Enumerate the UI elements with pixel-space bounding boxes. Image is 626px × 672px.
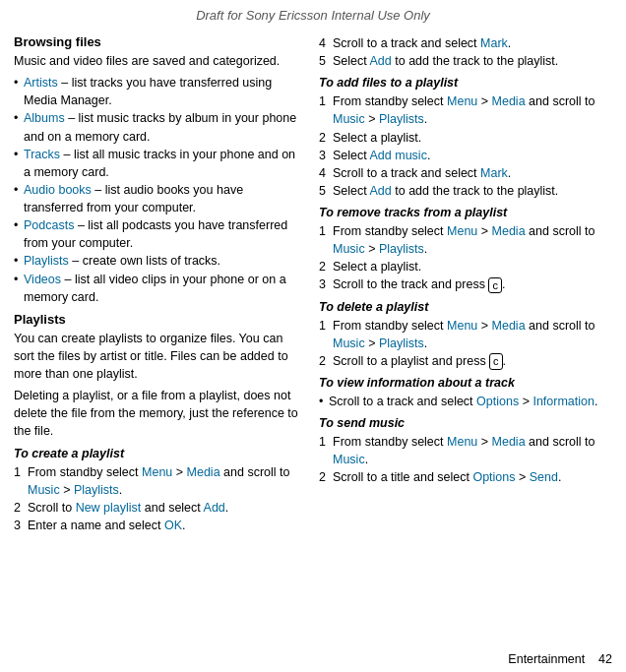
create-playlist-heading: To create a playlist [14, 447, 303, 460]
view-info-list: Scroll to a track and select Options > I… [319, 393, 612, 410]
add-link3: Add [370, 184, 392, 198]
playlists-link: Playlists [379, 242, 424, 256]
footer-page: 42 [598, 652, 612, 666]
playlists-link: Playlists [379, 112, 424, 126]
steps-cont-list: 4Scroll to a track and select Mark. 5Sel… [319, 34, 612, 70]
add-link2: Add [370, 54, 392, 68]
playlists-link2: Playlists [74, 483, 119, 497]
browsing-files-list: Artists – list tracks you have transferr… [14, 74, 303, 306]
list-item: 3Select Add music. [319, 147, 612, 164]
delete-playlist-heading: To delete a playlist [319, 300, 612, 314]
create-playlist-section: To create a playlist 1From standby selec… [14, 447, 303, 535]
playlists-section: Playlists You can create playlists to or… [14, 312, 303, 441]
new-playlist-link: New playlist [76, 501, 142, 515]
c-key2: c [489, 353, 503, 369]
list-item: 4Scroll to a track and select Mark. [319, 164, 612, 182]
albums-link: Albums [24, 111, 65, 125]
music-link: Music [333, 112, 365, 126]
right-column: 4Scroll to a track and select Mark. 5Sel… [313, 34, 612, 540]
menu-link: Menu [142, 465, 172, 479]
add-link: Add [204, 501, 225, 515]
ok-link: OK [164, 519, 182, 532]
add-files-steps: 1From standby select Menu > Media and sc… [319, 92, 612, 200]
media-link: Media [187, 465, 220, 479]
list-item: 1From standby select Menu > Media and sc… [319, 433, 612, 468]
mark-link2: Mark [480, 166, 508, 180]
videos-link: Videos [24, 273, 61, 286]
c-key: c [488, 277, 502, 293]
list-item: Playlists – create own lists of tracks. [14, 252, 303, 270]
artists-link: Artists [24, 76, 58, 90]
list-item: 2Select a playlist. [319, 129, 612, 147]
view-info-heading: To view information about a track [319, 376, 612, 390]
media-link: Media [492, 224, 526, 238]
view-info-section: To view information about a track Scroll… [319, 376, 612, 410]
list-item: 1From standby select Menu > Media and sc… [14, 463, 303, 499]
mark-link: Mark [480, 36, 508, 50]
remove-tracks-steps: 1From standby select Menu > Media and sc… [319, 222, 612, 294]
list-item: 5Select Add to add the track to the play… [319, 52, 612, 70]
music-link: Music [333, 453, 365, 466]
menu-link: Menu [447, 435, 477, 449]
options-link: Options [476, 395, 519, 408]
list-item: 1From standby select Menu > Media and sc… [319, 317, 612, 352]
playlists-para1: You can create playlists to organize fil… [14, 330, 303, 383]
list-item: 2Scroll to New playlist and select Add. [14, 499, 303, 517]
browsing-files-heading: Browsing files [14, 34, 303, 49]
music-link: Music [333, 242, 365, 256]
music-link: Music [28, 483, 60, 497]
information-link: Information [532, 395, 595, 408]
remove-tracks-heading: To remove tracks from a playlist [319, 206, 612, 219]
list-item: Videos – list all video clips in your ph… [14, 271, 303, 306]
menu-link: Menu [447, 319, 477, 333]
browsing-files-intro: Music and video files are saved and cate… [14, 52, 303, 70]
media-link: Media [492, 319, 526, 333]
list-item: 5Select Add to add the track to the play… [319, 182, 612, 200]
header-text: Draft for Sony Ericsson Internal Use Onl… [196, 8, 430, 23]
header: Draft for Sony Ericsson Internal Use Onl… [0, 0, 626, 29]
footer-section: Entertainment [508, 652, 585, 666]
content: Browsing files Music and video files are… [0, 29, 626, 546]
create-playlist-steps: 1From standby select Menu > Media and sc… [14, 463, 303, 535]
list-item: 2Scroll to a title and select Options > … [319, 468, 612, 486]
list-item: Tracks – list all music tracks in your p… [14, 146, 303, 181]
media-link: Media [492, 94, 526, 108]
remove-tracks-section: To remove tracks from a playlist 1From s… [319, 206, 612, 294]
list-item: Artists – list tracks you have transferr… [14, 74, 303, 109]
delete-playlist-steps: 1From standby select Menu > Media and sc… [319, 317, 612, 370]
menu-link: Menu [447, 224, 477, 238]
list-item: 1From standby select Menu > Media and sc… [319, 92, 612, 128]
list-item: 1From standby select Menu > Media and sc… [319, 222, 612, 258]
steps-cont-section: 4Scroll to a track and select Mark. 5Sel… [319, 34, 612, 70]
playlists-para2: Deleting a playlist, or a file from a pl… [14, 387, 303, 440]
media-link: Media [492, 435, 526, 449]
playlists-link: Playlists [379, 336, 424, 350]
audiobooks-link: Audio books [24, 183, 92, 197]
podcasts-link: Podcasts [24, 218, 74, 232]
browsing-files-section: Browsing files Music and video files are… [14, 34, 303, 306]
left-column: Browsing files Music and video files are… [14, 34, 313, 540]
list-item: Podcasts – list all podcasts you have tr… [14, 216, 303, 252]
music-link: Music [333, 336, 365, 350]
playlists-heading: Playlists [14, 312, 303, 327]
list-item: 4Scroll to a track and select Mark. [319, 34, 612, 52]
list-item: 3Scroll to the track and press c. [319, 275, 612, 293]
list-item: 2Scroll to a playlist and press c. [319, 352, 612, 370]
list-item: 2Select a playlist. [319, 258, 612, 275]
page: Draft for Sony Ericsson Internal Use Onl… [0, 0, 626, 672]
tracks-link: Tracks [24, 148, 60, 161]
list-item: Albums – list music tracks by album in y… [14, 109, 303, 145]
add-files-section: To add files to a playlist 1From standby… [319, 76, 612, 200]
delete-playlist-section: To delete a playlist 1From standby selec… [319, 300, 612, 370]
list-item: Audio books – list audio books you have … [14, 181, 303, 216]
footer: Entertainment 42 [508, 652, 612, 666]
send-music-section: To send music 1From standby select Menu … [319, 416, 612, 486]
playlists-link: Playlists [24, 254, 69, 268]
list-item: 3Enter a name and select OK. [14, 517, 303, 534]
add-music-link: Add music [370, 149, 427, 162]
add-files-heading: To add files to a playlist [319, 76, 612, 90]
send-link: Send [530, 470, 558, 484]
send-music-steps: 1From standby select Menu > Media and sc… [319, 433, 612, 486]
list-item: Scroll to a track and select Options > I… [319, 393, 612, 410]
send-music-heading: To send music [319, 416, 612, 430]
